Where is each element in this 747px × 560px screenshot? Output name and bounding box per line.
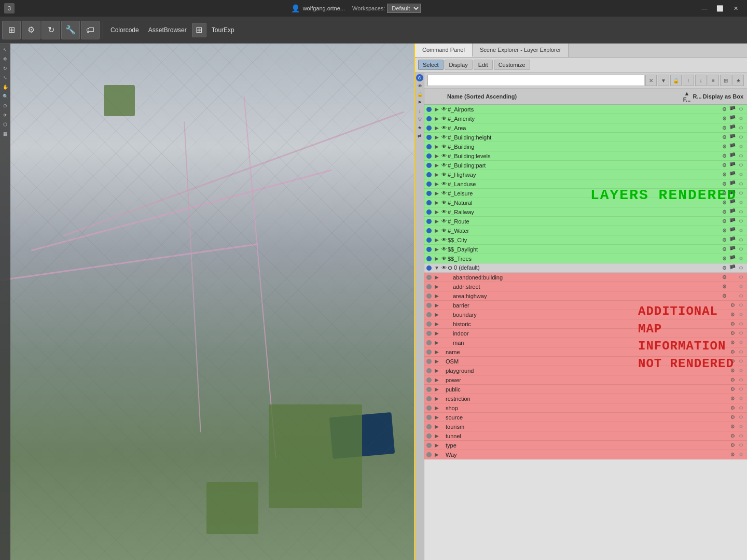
layer-row[interactable]: ▶ 👁 #_Highway ⚙ 🏴 ⚙: [424, 170, 747, 179]
row-expand[interactable]: ▶: [433, 106, 440, 112]
row-settings-icon[interactable]: ⚙: [737, 209, 745, 215]
row-eye-icon[interactable]: 👁: [440, 256, 448, 261]
row-expand[interactable]: ▶: [433, 433, 440, 439]
row-layer-name[interactable]: #_Amenity: [448, 116, 720, 122]
row-expand[interactable]: ▶: [433, 321, 440, 327]
row-gear-icon[interactable]: ⚙: [720, 218, 728, 224]
row-settings-icon[interactable]: ⚙: [737, 293, 745, 299]
layer-row[interactable]: ▶ 👁 #_Leisure ⚙ 🏴 ⚙: [424, 189, 747, 198]
row-settings-icon[interactable]: ⚙: [737, 256, 745, 261]
menu-tools-icon[interactable]: 🔧: [61, 21, 80, 39]
row-layer-name[interactable]: #_Highway: [448, 172, 720, 178]
row-settings-icon[interactable]: ⚙: [737, 153, 745, 159]
row-settings-icon[interactable]: ⚙: [737, 377, 745, 383]
layer-row[interactable]: ▶ 👁 $$_Trees ⚙ 🏴 ⚙: [424, 254, 747, 263]
search-icon4[interactable]: ⊞: [720, 75, 731, 86]
row-settings-icon[interactable]: ⚙: [737, 144, 745, 149]
row-gear-icon[interactable]: ⚙: [720, 162, 728, 168]
layer-row[interactable]: ▶ 👁 #_Building:levels ⚙ 🏴 ⚙: [424, 151, 747, 161]
customize-button[interactable]: Customize: [494, 60, 530, 70]
row-layer-name[interactable]: $$_Daylight: [448, 246, 720, 253]
row-layer-name[interactable]: abandoned:building: [448, 274, 720, 281]
viewport-tb-move[interactable]: ✥: [1, 55, 9, 63]
row-expand[interactable]: ▶: [433, 368, 440, 373]
layer-row[interactable]: ▶ 👁 #_Natural ⚙ 🏴 ⚙: [424, 198, 747, 207]
row-layer-name[interactable]: playground: [440, 368, 728, 374]
row-eye-icon[interactable]: 👁: [440, 265, 448, 271]
row-settings-icon[interactable]: ⚙: [737, 228, 745, 233]
row-settings-icon[interactable]: ⚙: [737, 106, 745, 112]
row-settings-icon[interactable]: ⚙: [737, 218, 745, 224]
panel-icon-down[interactable]: ↓: [416, 107, 423, 115]
row-flag-icon[interactable]: 🏴: [728, 106, 737, 113]
panel-icon-layers[interactable]: ⊙: [416, 74, 423, 81]
minimize-button[interactable]: —: [697, 3, 712, 13]
row-layer-name[interactable]: #_Building:height: [448, 134, 720, 141]
row-layer-name[interactable]: ⊙ 0 (default): [448, 264, 720, 271]
layer-row[interactable]: ▶ abandoned:building ⚙ ⚙: [424, 273, 747, 282]
row-eye-icon[interactable]: 👁: [440, 162, 448, 168]
row-gear-icon[interactable]: ⚙: [720, 181, 728, 187]
row-settings-icon[interactable]: ⚙: [737, 368, 745, 373]
row-layer-name[interactable]: tunnel: [440, 433, 728, 439]
col-r-header[interactable]: R...: [692, 93, 702, 100]
panel-icon-star[interactable]: ★: [416, 124, 423, 131]
col-f-header[interactable]: ▲ F...: [682, 90, 692, 103]
search-icon3[interactable]: ≡: [708, 75, 719, 86]
search-filter-button[interactable]: ▼: [658, 75, 669, 86]
tab-command-panel[interactable]: Command Panel: [415, 44, 473, 57]
row-eye-icon[interactable]: 👁: [440, 218, 448, 224]
tab-scene-explorer[interactable]: Scene Explorer - Layer Explorer: [473, 44, 569, 57]
row-expand[interactable]: ▶: [433, 452, 440, 457]
row-layer-name[interactable]: #_Water: [448, 228, 720, 234]
row-gear-icon[interactable]: ⚙: [728, 452, 737, 457]
row-gear-icon[interactable]: ⚙: [720, 209, 728, 215]
layer-row[interactable]: ▶ type ⚙ ⚙: [424, 441, 747, 450]
row-gear-icon[interactable]: ⚙: [720, 228, 728, 233]
row-eye-icon[interactable]: 👁: [440, 209, 448, 215]
row-expand[interactable]: ▶: [433, 134, 440, 140]
layer-row[interactable]: ▶ man ⚙ ⚙: [424, 338, 747, 347]
search-down-button[interactable]: ↓: [695, 75, 707, 86]
row-eye-icon[interactable]: 👁: [440, 237, 448, 243]
row-layer-name[interactable]: restriction: [440, 396, 728, 402]
row-settings-icon[interactable]: ⚙: [737, 396, 745, 401]
row-gear-icon[interactable]: ⚙: [720, 144, 728, 149]
row-layer-name[interactable]: #_Leisure: [448, 190, 720, 197]
layer-row[interactable]: ▶ name ⚙ ⚙: [424, 347, 747, 357]
menu-settings-icon[interactable]: ⚙: [22, 21, 40, 39]
row-expand[interactable]: ▶: [433, 302, 440, 308]
row-settings-icon[interactable]: ⚙: [737, 433, 745, 439]
row-layer-name[interactable]: #_Airports: [448, 106, 720, 113]
row-layer-name[interactable]: tourism: [440, 424, 728, 430]
row-gear-icon[interactable]: ⚙: [720, 134, 728, 140]
search-up-button[interactable]: ↑: [683, 75, 694, 86]
row-expand[interactable]: ▶: [433, 274, 440, 280]
row-expand[interactable]: ▶: [433, 237, 440, 243]
viewport-tb-orbit[interactable]: ⊙: [1, 102, 9, 110]
layer-row[interactable]: ▶ 👁 #_Building:part ⚙ 🏴 ⚙: [424, 161, 747, 170]
row-flag-icon[interactable]: 🏴: [728, 246, 737, 253]
viewport-3d[interactable]: ↖ ✥ ↻ ⤡ ✋ 🔍 ⊙ ✈ ⬡ ▦: [0, 44, 415, 560]
row-expand[interactable]: ▶: [433, 246, 440, 252]
row-expand[interactable]: ▶: [433, 125, 440, 131]
row-gear-icon[interactable]: ⚙: [720, 256, 728, 261]
row-layer-name[interactable]: barrier: [448, 302, 728, 309]
row-gear-icon[interactable]: ⚙: [728, 433, 737, 439]
row-flag-icon[interactable]: 🏴: [728, 143, 737, 150]
select-button[interactable]: Select: [418, 60, 444, 70]
row-gear-icon[interactable]: ⚙: [720, 265, 728, 271]
layer-row[interactable]: ▶ historic ⚙ ⚙: [424, 319, 747, 329]
row-gear-icon[interactable]: ⚙: [720, 237, 728, 243]
layer-row[interactable]: ▶ 👁 #_Building:height ⚙ 🏴 ⚙: [424, 133, 747, 142]
row-settings-icon[interactable]: ⚙: [737, 424, 745, 429]
row-gear-icon[interactable]: ⚙: [728, 396, 737, 401]
row-layer-name[interactable]: boundary: [448, 312, 728, 318]
menu-rotate-icon[interactable]: ↻: [42, 21, 60, 39]
layer-row[interactable]: ▶ 👁 #_Railway ⚙ 🏴 ⚙: [424, 207, 747, 217]
row-flag-icon[interactable]: 🏴: [728, 152, 737, 159]
row-gear-icon[interactable]: ⚙: [728, 424, 737, 429]
row-layer-name[interactable]: name: [440, 349, 728, 355]
row-gear-icon[interactable]: ⚙: [720, 246, 728, 252]
row-flag-icon[interactable]: 🏴: [728, 264, 737, 271]
